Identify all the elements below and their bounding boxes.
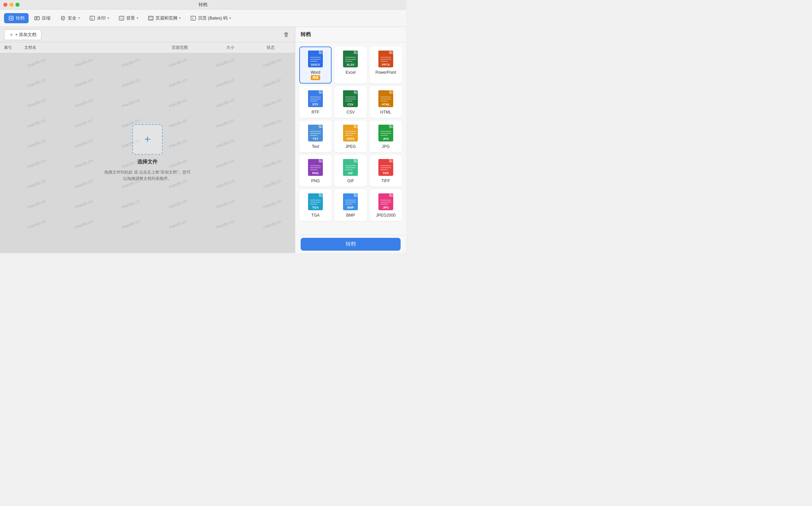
svg-text:RTF: RTF: [312, 103, 318, 106]
format-label-word: Word 高级: [311, 70, 320, 80]
format-label-rtf: RTF: [312, 110, 319, 115]
minimize-button[interactable]: [9, 3, 13, 7]
svg-rect-17: [319, 51, 323, 54]
right-panel-title: 转档: [301, 31, 311, 38]
toolbar-bates[interactable]: # 贝茨 (Bates) 码 ▾: [186, 13, 235, 23]
toolbar-security[interactable]: 安全 ▾: [56, 13, 84, 23]
window-controls: [3, 3, 20, 7]
svg-text:TGA: TGA: [312, 206, 319, 209]
format-icon-png: PNG: [308, 159, 323, 177]
convert-icon: [8, 15, 14, 21]
format-item-jpeg[interactable]: JPEG JPEG: [334, 121, 367, 152]
svg-rect-65: [389, 125, 393, 128]
format-label-tiff: TIFF: [381, 179, 390, 183]
format-grid: DOCX Word 高级 XLSX Excel: [295, 42, 406, 235]
format-icon-text: TXT: [308, 125, 323, 143]
drop-description: 拖拽文件到此处 或 点击左上角"添加文档"。您可以拖拽调整文档列表顺序。: [104, 169, 191, 182]
format-icon-gif: GIF: [343, 159, 358, 177]
svg-text:#: #: [192, 17, 194, 20]
toolbar-watermark-label: 水印: [97, 15, 106, 21]
col-pages-header: 页面范围: [149, 45, 210, 51]
add-doc-plus-icon: ＋: [9, 32, 13, 38]
bates-chevron: ▾: [229, 16, 231, 20]
col-name-header: 文档名: [24, 45, 149, 51]
header-footer-icon: [148, 15, 154, 21]
toolbar-background-label: 背景: [126, 15, 135, 21]
format-item-text[interactable]: TXT Text: [299, 121, 332, 152]
background-icon: [119, 15, 125, 21]
format-item-html[interactable]: HTML HTML: [370, 86, 402, 118]
watermark-icon: 水: [89, 15, 95, 21]
close-button[interactable]: [3, 3, 7, 7]
format-item-csv[interactable]: CSV CSV: [334, 86, 367, 118]
svg-text:PPTX: PPTX: [382, 63, 390, 66]
format-item-gif[interactable]: GIF GIF: [334, 155, 367, 187]
toolbar-watermark[interactable]: 水 水印 ▾: [85, 13, 113, 23]
svg-rect-89: [319, 193, 323, 197]
background-chevron: ▾: [137, 16, 138, 20]
svg-rect-9: [148, 16, 153, 20]
format-item-bmp[interactable]: BMP BMP: [334, 189, 367, 221]
security-icon: [60, 15, 66, 21]
svg-rect-41: [354, 90, 358, 94]
add-document-button[interactable]: ＋ + 添加文档: [4, 29, 41, 40]
format-item-powerpoint[interactable]: PPTX PowerPoint: [370, 46, 402, 84]
col-status-header: 状态: [250, 45, 291, 51]
drop-box[interactable]: +: [132, 124, 163, 155]
format-label-excel: Excel: [346, 70, 356, 75]
watermark-chevron: ▾: [107, 16, 109, 20]
toolbar-convert[interactable]: 转档: [4, 13, 29, 23]
main-container: ＋ + 添加文档 索引 文档名 页面范围 大小 状态 macdo.cnmacdo…: [0, 27, 406, 253]
svg-text:DOCX: DOCX: [311, 63, 320, 66]
format-item-jpeg2000[interactable]: JPG JPEG2000: [370, 189, 402, 221]
format-item-excel[interactable]: XLSX Excel: [334, 46, 367, 84]
toolbar-compress[interactable]: 压缩: [30, 13, 55, 23]
format-label-powerpoint: PowerPoint: [375, 70, 396, 75]
maximize-button[interactable]: [15, 3, 20, 7]
trash-icon: [283, 32, 289, 38]
format-item-tga[interactable]: TGA TGA: [299, 189, 332, 221]
toolbar-compress-label: 压缩: [42, 15, 50, 21]
format-label-jpg: JPG: [382, 144, 390, 149]
svg-text:TXT: TXT: [313, 137, 319, 140]
toolbar-header-footer-label: 页眉和页脚: [156, 15, 177, 21]
compress-icon: [34, 15, 40, 21]
drop-plus-icon: +: [144, 133, 151, 146]
col-index-header: 索引: [4, 45, 24, 51]
toolbar-security-label: 安全: [68, 15, 76, 21]
format-label-tga: TGA: [311, 213, 320, 218]
col-size-header: 大小: [210, 45, 250, 51]
format-icon-excel: XLSX: [343, 51, 358, 69]
drop-title: 选择文件: [137, 159, 158, 165]
window-title: 转档: [199, 2, 207, 8]
toolbar-background[interactable]: 背景 ▾: [114, 13, 142, 23]
toolbar-header-footer[interactable]: 页眉和页脚 ▾: [144, 13, 185, 23]
svg-rect-77: [354, 159, 358, 162]
add-doc-label: + 添加文档: [15, 32, 36, 38]
format-item-tiff[interactable]: TIFF TIFF: [370, 155, 402, 187]
format-label-gif: GIF: [347, 179, 354, 183]
format-label-jpeg2000: JPEG2000: [376, 213, 396, 218]
format-item-jpg[interactable]: JPG JPG: [370, 121, 402, 152]
svg-text:PNG: PNG: [312, 171, 319, 175]
format-icon-jpeg2000: JPG: [378, 193, 394, 212]
convert-button[interactable]: 转档: [301, 238, 401, 251]
format-item-png[interactable]: PNG PNG: [299, 155, 332, 187]
svg-rect-53: [319, 125, 323, 128]
convert-bar: 转档: [295, 235, 406, 253]
right-panel-header: 转档: [295, 27, 406, 42]
format-icon-bmp: BMP: [343, 193, 358, 212]
svg-rect-35: [319, 90, 323, 94]
format-item-rtf[interactable]: RTF RTF: [299, 86, 332, 118]
svg-text:XLSX: XLSX: [347, 63, 355, 66]
svg-rect-23: [354, 51, 358, 54]
header-footer-chevron: ▾: [179, 16, 181, 20]
format-icon-word: DOCX: [308, 51, 323, 69]
format-label-text: Text: [312, 144, 319, 149]
toolbar: 转档 压缩 安全 ▾ 水 水印: [0, 9, 406, 27]
format-item-word[interactable]: DOCX Word 高级: [299, 46, 332, 84]
column-headers: 索引 文档名 页面范围 大小 状态: [0, 42, 295, 53]
delete-button[interactable]: [281, 30, 291, 39]
drop-zone[interactable]: macdo.cnmacdo.cnmacdo.cnmacdo.cnmacdo.cn…: [0, 53, 295, 253]
action-bar: ＋ + 添加文档: [0, 27, 295, 42]
